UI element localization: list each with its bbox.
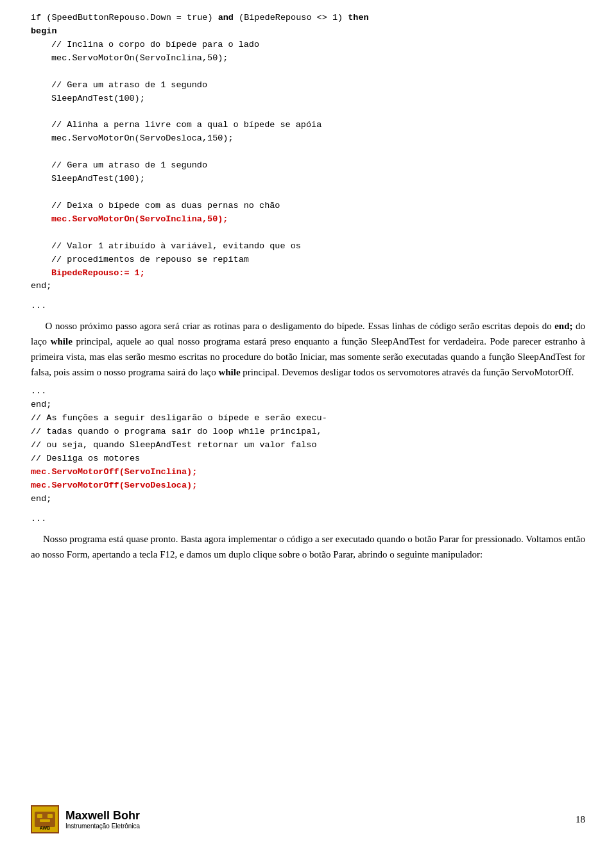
code-line-end1: end; [31, 281, 51, 291]
svg-rect-1 [37, 814, 42, 818]
code-line-bipede: BipedeRepouso:= 1; [51, 268, 145, 278]
keyword-and: and [218, 13, 234, 22]
code2-comment3: // ou seja, quando SleepAndTest retornar… [31, 440, 317, 450]
code-comment-alinha: // Alinha a perna livre com a qual o bíp… [51, 120, 321, 130]
code2-comment4: // Desliga os motores [31, 454, 140, 463]
code-comment-proc: // procedimentos de repouso se repitam [51, 255, 249, 264]
footer: AWB Maxwell Bohr Instrumentação Eletrôni… [0, 805, 616, 833]
code-line-servomotor2: mec.ServoMotorOn(ServoDesloca,150); [51, 133, 234, 143]
code2-end: end; [31, 400, 51, 409]
ellipsis-3: ... [31, 514, 585, 524]
page-content: if (SpeedButtonRepouso.Down = true) and … [0, 0, 616, 607]
code2-servomotoroff1: mec.ServoMotorOff(ServoInclina); [31, 467, 197, 477]
code-line-servomotor3: mec.ServoMotorOn(ServoInclina,50); [51, 214, 228, 224]
bold-end: end; [554, 321, 572, 331]
code2-end2: end; [31, 494, 51, 504]
code-block-1: if (SpeedButtonRepouso.Down = true) and … [31, 12, 585, 293]
prose-paragraph-2: Nosso programa está quase pronto. Basta … [31, 531, 585, 562]
code-block-2: end; // As funções a seguir desligarão o… [31, 398, 585, 506]
logo-svg: AWB [32, 807, 58, 832]
code-line-sleep1: SleepAndTest(100); [51, 94, 145, 103]
logo-main-text: Maxwell Bohr [65, 809, 140, 823]
code-comment-inclina: // Inclina o corpo do bípede para o lado [51, 40, 259, 49]
code-comment-atraso1: // Gera um atraso de 1 segundo [51, 80, 207, 90]
code-line-servomotor1: mec.ServoMotorOn(ServoInclina,50); [51, 53, 228, 63]
svg-rect-3 [40, 819, 50, 822]
code2-servomotoroff2: mec.ServoMotorOff(ServoDesloca); [31, 481, 197, 490]
bold-while2: while [218, 367, 240, 377]
logo-text-block: Maxwell Bohr Instrumentação Eletrônica [65, 809, 140, 830]
svg-text:AWB: AWB [40, 826, 50, 830]
ellipsis-1: ... [31, 301, 585, 311]
bold-while1: while [51, 336, 73, 346]
code-comment-deixa: // Deixa o bípede com as duas pernas no … [51, 201, 280, 210]
keyword-then: then [348, 13, 368, 22]
footer-logo: AWB Maxwell Bohr Instrumentação Eletrôni… [31, 805, 140, 833]
code-comment-valor: // Valor 1 atribuído à variável, evitand… [51, 241, 301, 251]
page-number: 18 [576, 814, 585, 825]
code-line-begin: begin [31, 26, 57, 36]
code2-comment2: // tadas quando o programa sair do loop … [31, 427, 322, 436]
prose-paragraph-1: O nosso próximo passo agora será criar a… [31, 318, 585, 380]
code-comment-atraso2: // Gera um atraso de 1 segundo [51, 160, 207, 170]
code-line-if: if (SpeedButtonRepouso.Down = true) and … [31, 13, 369, 22]
code-line-sleep2: SleepAndTest(100); [51, 174, 145, 184]
ellipsis-2: ... [31, 386, 585, 396]
svg-rect-2 [47, 814, 53, 818]
logo-icon-box: AWB [31, 805, 59, 833]
logo-sub-text: Instrumentação Eletrônica [65, 823, 140, 830]
code2-comment1: // As funções a seguir desligarão o bípe… [31, 413, 327, 423]
